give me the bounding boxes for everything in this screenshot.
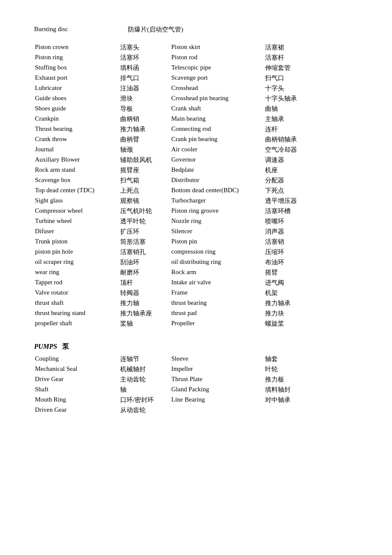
pumps-terms-grid: Coupling连轴节Sleeve轴套Mechanical Seal机械轴封Im…: [34, 355, 358, 415]
term-zh2: 活塞环槽: [264, 207, 315, 216]
term-zh: 刮油环: [119, 258, 170, 267]
term-en2: Main bearing: [170, 115, 264, 124]
pump-term-zh2: 叶轮: [264, 365, 315, 374]
term-en2: Propeller: [170, 319, 264, 328]
term-en2: Piston pin: [170, 237, 264, 246]
bursting-zh: 防爆片(启动空气管): [128, 26, 183, 34]
term-zh: 排气口: [119, 74, 170, 83]
term-en2: Crosshead pin bearing: [170, 94, 264, 103]
term-zh: 推力轴承: [119, 125, 170, 134]
pump-term-zh: 主动齿轮: [119, 375, 170, 384]
pump-term-zh2: 轴套: [264, 355, 315, 364]
term-en2: Rock arm: [170, 268, 264, 277]
term-en: Journal: [34, 145, 119, 154]
term-en2: Piston skirt: [170, 43, 264, 52]
term-zh2: 扫气口: [264, 74, 315, 83]
pump-term-zh: 口环/密封环: [119, 396, 170, 405]
term-zh: 活塞头: [119, 43, 170, 52]
term-en2: Turbocharger: [170, 197, 264, 205]
term-zh: 填料函: [119, 64, 170, 72]
term-zh2: 推力块: [264, 309, 315, 318]
term-zh2: 消声器: [264, 227, 315, 236]
term-en: thrust shaft: [34, 299, 119, 308]
term-zh2: 螺旋桨: [264, 319, 315, 328]
term-en2: Frame: [170, 289, 264, 298]
term-en: Sight glass: [34, 197, 119, 205]
term-zh2: 曲轴: [264, 104, 315, 113]
term-en2: Crosshead: [170, 84, 264, 93]
term-zh2: 分配器: [264, 176, 315, 185]
term-zh2: 空气冷却器: [264, 145, 315, 154]
term-zh: 摇臂座: [119, 166, 170, 175]
pump-term-en2: Sleeve: [170, 355, 264, 364]
term-en2: thrust bearing: [170, 299, 264, 308]
term-en2: Piston rod: [170, 53, 264, 62]
term-zh2: 主轴承: [264, 115, 315, 124]
term-en: Crank throw: [34, 135, 119, 144]
term-en2: Distributor: [170, 176, 264, 185]
pumps-heading-zh: 泵: [62, 343, 69, 350]
term-en2: Crank pin bearing: [170, 135, 264, 144]
term-zh: 顶杆: [119, 278, 170, 287]
term-en: Tappet rod: [34, 278, 119, 287]
term-en2: Connecting rod: [170, 125, 264, 134]
pump-term-en: Mechanical Seal: [34, 365, 119, 374]
term-zh: 注油器: [119, 84, 170, 93]
term-en2: Scavenge port: [170, 74, 264, 83]
bursting-row: Bursting disc 防爆片(启动空气管): [34, 26, 358, 34]
pump-term-zh2: 对中轴承: [264, 396, 315, 405]
term-en2: Silencer: [170, 227, 264, 236]
term-en: piston pin hole: [34, 248, 119, 257]
term-en: Shoes guide: [34, 104, 119, 113]
term-zh2: 活塞杆: [264, 53, 315, 62]
term-zh: 转阀器: [119, 289, 170, 298]
term-zh2: 伸缩套管: [264, 64, 315, 72]
term-zh2: 喷嘴环: [264, 217, 315, 226]
term-zh2: 曲柄销轴承: [264, 135, 315, 144]
term-zh: 扫气箱: [119, 176, 170, 185]
pump-term-en: Shaft: [34, 385, 119, 394]
term-en2: Crank shaft: [170, 104, 264, 113]
term-en: Turbine wheel: [34, 217, 119, 226]
term-en: Stuffing box: [34, 64, 119, 72]
term-zh: 曲柄销: [119, 115, 170, 124]
term-en: Thrust bearing: [34, 125, 119, 134]
term-en: Valve rotator: [34, 289, 119, 298]
term-zh2: 压缩环: [264, 248, 315, 257]
term-zh: 筒形活塞: [119, 237, 170, 246]
pumps-heading-en: PUMPS: [34, 343, 57, 350]
pump-term-en2: Thrust Plate: [170, 375, 264, 384]
term-en2: Nozzle ring: [170, 217, 264, 226]
term-en: Difuser: [34, 227, 119, 236]
term-en: propeller shaft: [34, 319, 119, 328]
term-zh: 观察镜: [119, 197, 170, 205]
term-zh2: 活塞裙: [264, 43, 315, 52]
term-zh2: 透平增压器: [264, 197, 315, 205]
term-zh2: 推力轴承: [264, 299, 315, 308]
pump-term-zh: 机械轴封: [119, 365, 170, 374]
term-en: thrust bearing stand: [34, 309, 119, 318]
pump-term-zh2: [264, 406, 315, 415]
pump-term-en2: [170, 406, 264, 415]
term-en2: thrust pad: [170, 309, 264, 318]
term-en: wear ring: [34, 268, 119, 277]
pumps-heading: PUMPS 泵: [34, 342, 358, 351]
term-en: Rock arm stand: [34, 166, 119, 175]
term-zh: 轴颈: [119, 145, 170, 154]
term-en: Scavenge box: [34, 176, 119, 185]
term-en2: Governor: [170, 156, 264, 165]
pump-term-zh2: 填料轴封: [264, 385, 315, 394]
pump-term-zh: 轴: [119, 385, 170, 394]
term-en: Piston crown: [34, 43, 119, 52]
pump-term-en: Driven Gear: [34, 406, 119, 415]
term-zh: 导板: [119, 104, 170, 113]
term-zh: 推力轴: [119, 299, 170, 308]
term-zh2: 下死点: [264, 186, 315, 195]
term-en: Auxiliary Blower: [34, 156, 119, 165]
term-en: Exhaust port: [34, 74, 119, 83]
term-en: Piston ring: [34, 53, 119, 62]
term-en2: compression ring: [170, 248, 264, 257]
term-zh: 活塞环: [119, 53, 170, 62]
term-zh: 桨轴: [119, 319, 170, 328]
term-zh2: 机座: [264, 166, 315, 175]
